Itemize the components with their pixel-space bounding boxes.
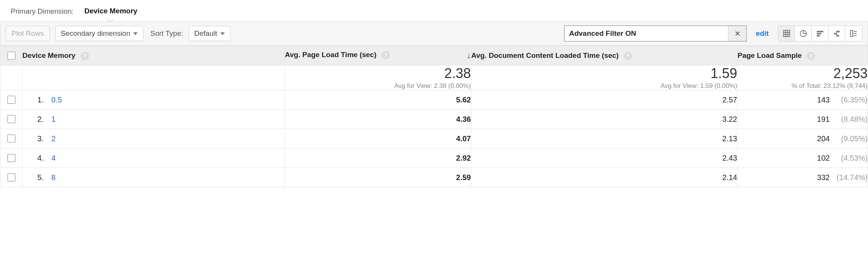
table-icon <box>782 29 791 38</box>
cell-avg-page-load: 4.36 <box>285 110 471 129</box>
cell-avg-page-load: 2.92 <box>285 148 471 168</box>
svg-rect-10 <box>837 31 839 32</box>
view-mode-group <box>778 26 862 41</box>
column-m3-label: Page Load Sample <box>738 51 802 59</box>
row-checkbox[interactable] <box>7 134 16 143</box>
column-dimension-label: Device Memory <box>22 51 75 59</box>
pivot-icon <box>849 29 858 38</box>
summary-m1: 2.38 Avg for View: 2.38 (0.00%) <box>285 65 471 90</box>
summary-m2: 1.59 Avg for View: 1.59 (0.00%) <box>471 65 738 90</box>
svg-rect-11 <box>834 33 836 34</box>
summary-m2-value: 1.59 <box>471 65 737 81</box>
cell-avg-page-load: 2.59 <box>285 168 471 187</box>
toolbar: Plot Rows Secondary dimension Sort Type:… <box>0 21 868 46</box>
select-all-checkbox[interactable] <box>7 51 16 60</box>
row-number: 2. <box>34 115 44 124</box>
column-header-avg-doc-content[interactable]: Avg. Document Content Loaded Time (sec) … <box>471 46 738 65</box>
cell-page-load-sample: 143 (6.35%) <box>738 90 868 110</box>
close-icon <box>734 30 741 37</box>
view-pivot-button[interactable] <box>845 26 862 41</box>
pie-icon <box>799 29 808 38</box>
primary-dimension-value: Device Memory <box>84 7 137 15</box>
advanced-filter-box <box>564 26 747 41</box>
help-icon[interactable]: ? <box>382 51 390 59</box>
advanced-filter-input[interactable] <box>564 26 728 41</box>
table-row: 1. 0.5 5.62 2.57 143 (6.35%) <box>0 90 868 110</box>
dimension-link[interactable]: 1 <box>51 115 56 124</box>
view-percentage-button[interactable] <box>795 26 812 41</box>
plot-rows-label: Plot Rows <box>11 29 44 38</box>
row-number: 1. <box>34 96 44 104</box>
sort-descending-icon: ↓ <box>467 51 471 61</box>
cell-avg-doc-content: 2.14 <box>471 168 738 187</box>
cell-page-load-sample: 332 (14.74%) <box>738 168 868 187</box>
sample-value: 102 <box>817 154 830 162</box>
comparison-icon <box>833 29 841 38</box>
edit-filter-link[interactable]: edit <box>756 29 769 38</box>
cell-page-load-sample: 102 (4.53%) <box>738 148 868 168</box>
row-checkbox[interactable] <box>7 96 16 104</box>
select-all-header <box>0 46 22 65</box>
plot-rows-button: Plot Rows <box>6 26 50 41</box>
row-number: 5. <box>34 173 44 182</box>
summary-m1-value: 2.38 <box>285 65 471 81</box>
sample-pct: (9.05%) <box>836 134 868 143</box>
sort-type-label: Sort Type: <box>150 29 183 38</box>
sample-pct: (14.74%) <box>836 173 868 182</box>
column-m1-label: Avg. Page Load Time (sec) <box>285 51 377 59</box>
sample-value: 204 <box>817 134 830 143</box>
cell-avg-doc-content: 2.43 <box>471 148 738 168</box>
svg-rect-7 <box>817 33 821 34</box>
column-header-page-load-sample[interactable]: Page Load Sample ? <box>738 46 868 65</box>
column-header-dimension[interactable]: Device Memory ? <box>22 46 285 65</box>
secondary-dimension-dropdown[interactable]: Secondary dimension <box>55 26 144 41</box>
help-icon[interactable]: ? <box>624 52 632 60</box>
view-comparison-button[interactable] <box>828 26 845 41</box>
help-icon[interactable]: ? <box>807 52 815 60</box>
table-row: 4. 4 2.92 2.43 102 (4.53%) <box>0 148 868 168</box>
row-number: 4. <box>34 154 44 163</box>
column-header-avg-page-load[interactable]: Avg. Page Load Time (sec) ? ↓ <box>285 46 471 65</box>
sample-pct: (8.48%) <box>836 115 868 124</box>
table-row: 5. 8 2.59 2.14 332 (14.74%) <box>0 168 868 187</box>
primary-dimension-bar: Primary Dimension: Device Memory <box>0 0 868 19</box>
row-number: 3. <box>34 134 44 143</box>
sample-pct: (4.53%) <box>836 154 868 163</box>
dimension-link[interactable]: 2 <box>51 134 56 143</box>
cell-avg-doc-content: 2.13 <box>471 129 738 148</box>
cell-avg-page-load: 5.62 <box>285 90 471 110</box>
svg-rect-6 <box>817 31 823 32</box>
help-icon[interactable]: ? <box>81 52 89 60</box>
svg-rect-12 <box>837 35 839 37</box>
dimension-link[interactable]: 0.5 <box>51 96 62 104</box>
summary-m2-sub: Avg for View: 1.59 (0.00%) <box>471 82 737 90</box>
cell-avg-doc-content: 2.57 <box>471 90 738 110</box>
data-table: Device Memory ? Avg. Page Load Time (sec… <box>0 46 868 187</box>
sample-value: 143 <box>817 96 830 104</box>
svg-rect-13 <box>851 30 853 37</box>
summary-m1-sub: Avg for View: 2.38 (0.00%) <box>285 82 471 90</box>
clear-filter-button[interactable] <box>728 26 746 41</box>
sample-pct: (6.35%) <box>836 96 868 104</box>
row-checkbox[interactable] <box>7 173 16 182</box>
cell-avg-page-load: 4.07 <box>285 129 471 148</box>
chevron-down-icon <box>220 32 225 35</box>
dimension-link[interactable]: 8 <box>51 173 56 182</box>
row-checkbox[interactable] <box>7 154 16 162</box>
svg-rect-8 <box>817 35 819 37</box>
sort-type-dropdown[interactable]: Default <box>189 26 231 41</box>
row-checkbox[interactable] <box>7 115 16 123</box>
table-row: 3. 2 4.07 2.13 204 (9.05%) <box>0 129 868 148</box>
view-data-table-button[interactable] <box>778 26 795 41</box>
primary-dimension-tab[interactable]: Device Memory <box>78 4 143 19</box>
dimension-link[interactable]: 4 <box>51 154 56 163</box>
summary-m3-value: 2,253 <box>738 65 868 81</box>
table-row: 2. 1 4.36 3.22 191 (8.48%) <box>0 110 868 129</box>
summary-m3-sub: % of Total: 23.12% (9,744) <box>738 82 868 90</box>
primary-dimension-label: Primary Dimension: <box>11 7 74 16</box>
summary-m3: 2,253 % of Total: 23.12% (9,744) <box>738 65 868 90</box>
secondary-dimension-label: Secondary dimension <box>61 29 130 38</box>
view-performance-button[interactable] <box>812 26 828 41</box>
sort-type-value: Default <box>194 29 217 38</box>
column-m2-label: Avg. Document Content Loaded Time (sec) <box>471 51 618 59</box>
